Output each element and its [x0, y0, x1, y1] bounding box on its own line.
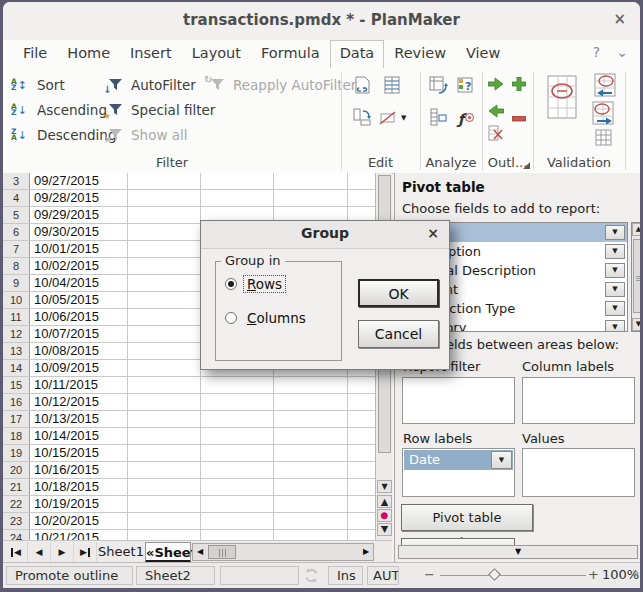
sort-button[interactable]: AZ↕ Sort	[11, 75, 65, 95]
table-row[interactable]: 1910/15/2015	[3, 445, 375, 462]
clipped-button[interactable]	[401, 538, 515, 545]
row-labels-dropdown-icon[interactable]: ▼	[491, 451, 512, 469]
ungroup-cells-icon[interactable]	[512, 107, 526, 126]
zoom-slider-track[interactable]	[440, 575, 586, 576]
scroll-left-icon[interactable]: ◀	[193, 544, 207, 560]
menu-view[interactable]: View	[456, 41, 510, 66]
group-cells-icon[interactable]	[512, 76, 526, 95]
panel-scroll-down-strip[interactable]: ▼	[398, 545, 638, 559]
radio-columns-icon[interactable]	[225, 312, 237, 324]
date-cell[interactable]: 10/20/2015	[29, 513, 99, 529]
date-cell[interactable]: 10/14/2015	[29, 428, 99, 444]
row-header[interactable]: 11	[3, 309, 30, 325]
row-header[interactable]: 12	[3, 326, 30, 342]
circle-invalid-icon[interactable]	[591, 73, 617, 103]
help-icon[interactable]: ?	[593, 44, 600, 60]
pivot-table-settings-button[interactable]: Pivot table settings...	[401, 504, 533, 531]
menu-review[interactable]: Review	[384, 41, 456, 66]
demote-outline-icon[interactable]	[488, 76, 504, 95]
next-object-icon[interactable]: ▼	[377, 523, 392, 536]
special-filter-button[interactable]: ★ Special filter	[107, 100, 215, 120]
row-header[interactable]: 4	[3, 190, 30, 206]
table-row[interactable]: 1710/13/2015	[3, 411, 375, 428]
row-header[interactable]: 17	[3, 411, 30, 427]
horizontal-scrollbar[interactable]: ◀ ▶	[192, 543, 374, 561]
dialog-title-bar[interactable]: Group ×	[201, 221, 449, 249]
date-cell[interactable]: 10/07/2015	[29, 326, 99, 342]
next-sheet-icon[interactable]: ▶	[51, 542, 74, 562]
field-list-scroll-down-icon[interactable]: ▼	[632, 318, 640, 331]
show-all-button[interactable]: × Show all	[107, 125, 188, 145]
table-row[interactable]: 2110/18/2015	[3, 479, 375, 496]
validation-icon[interactable]	[547, 75, 577, 123]
data-validation-icon[interactable]	[595, 129, 612, 150]
sync-icon[interactable]	[303, 567, 320, 588]
date-cell[interactable]: 10/15/2015	[29, 445, 99, 461]
scroll-right-icon[interactable]: ▶	[359, 544, 373, 560]
previous-object-icon[interactable]: ▲	[377, 495, 392, 508]
window-close-icon[interactable]: ×	[613, 10, 626, 28]
menu-home[interactable]: Home	[57, 41, 120, 66]
row-header[interactable]: 24	[3, 530, 30, 540]
menu-insert[interactable]: Insert	[120, 41, 182, 66]
title-bar[interactable]: transactions.pmdx * - PlanMaker ×	[3, 2, 640, 41]
row-header[interactable]: 3	[3, 173, 30, 189]
date-cell[interactable]: 10/13/2015	[29, 411, 99, 427]
status-more-icon[interactable]: »	[632, 566, 639, 580]
table-row[interactable]: 1610/12/2015	[3, 394, 375, 411]
row-header[interactable]: 21	[3, 479, 30, 495]
row-header[interactable]: 9	[3, 275, 30, 291]
remove-duplicates-icon[interactable]	[352, 75, 372, 99]
date-cell[interactable]: 09/30/2015	[29, 224, 99, 240]
promote-outline-icon[interactable]	[488, 103, 504, 122]
zoom-out-icon[interactable]: −	[424, 567, 435, 582]
goal-seek-icon[interactable]	[428, 107, 448, 131]
values-area[interactable]	[522, 448, 635, 497]
menu-layout[interactable]: Layout	[182, 41, 251, 66]
row-header[interactable]: 16	[3, 394, 30, 410]
row-header[interactable]: 10	[3, 292, 30, 308]
date-cell[interactable]: 10/21/2015	[29, 530, 99, 540]
field-dropdown-icon[interactable]: ▼	[605, 225, 625, 240]
menu-formula[interactable]: Formula	[251, 41, 330, 66]
table-row[interactable]: 1810/14/2015	[3, 428, 375, 445]
horizontal-scrollbar-thumb[interactable]	[208, 545, 236, 559]
radio-rows-icon[interactable]	[225, 278, 237, 290]
table-row[interactable]: 1510/11/2015	[3, 377, 375, 394]
field-dropdown-icon[interactable]: ▼	[605, 320, 625, 332]
row-header[interactable]: 19	[3, 445, 30, 461]
status-sum-mode[interactable]: AUTO	[367, 566, 399, 585]
field-dropdown-icon[interactable]: ▼	[605, 282, 625, 297]
row-header[interactable]: 8	[3, 258, 30, 274]
status-insert-mode[interactable]: Ins	[328, 566, 363, 585]
transpose-icon[interactable]	[352, 107, 372, 131]
what-if-icon[interactable]: ?	[456, 75, 476, 99]
field-dropdown-icon[interactable]: ▼	[605, 301, 625, 316]
field-dropdown-icon[interactable]: ▼	[605, 244, 625, 259]
date-cell[interactable]: 10/12/2015	[29, 394, 99, 410]
radio-rows[interactable]: Rows	[225, 276, 285, 292]
fill-rows-icon[interactable]	[382, 75, 402, 99]
last-sheet-icon[interactable]: ▶	[74, 542, 97, 562]
date-cell[interactable]: 10/01/2015	[29, 241, 99, 257]
date-cell[interactable]: 10/06/2015	[29, 309, 99, 325]
ok-button[interactable]: OK	[358, 279, 439, 307]
row-labels-area[interactable]: Date ▼	[402, 448, 515, 497]
descending-button[interactable]: AZ↓ Descending	[11, 125, 116, 145]
date-cell[interactable]: 10/18/2015	[29, 479, 99, 495]
dialog-close-icon[interactable]: ×	[427, 225, 439, 241]
first-sheet-icon[interactable]: ◀	[5, 542, 28, 562]
row-header[interactable]: 15	[3, 377, 30, 393]
date-cell[interactable]: 09/28/2015	[29, 190, 99, 206]
row-header[interactable]: 23	[3, 513, 30, 529]
report-filter-area[interactable]	[402, 377, 515, 424]
date-cell[interactable]: 10/09/2015	[29, 360, 99, 376]
field-list-scrollbar[interactable]: ▲ ▼	[631, 222, 640, 332]
row-labels-item-date[interactable]: Date ▼	[404, 450, 513, 470]
date-cell[interactable]: 10/08/2015	[29, 343, 99, 359]
date-cell[interactable]: 10/05/2015	[29, 292, 99, 308]
date-cell[interactable]: 10/19/2015	[29, 496, 99, 512]
row-header[interactable]: 18	[3, 428, 30, 444]
row-header[interactable]: 5	[3, 207, 30, 223]
menu-data[interactable]: Data	[330, 40, 385, 68]
